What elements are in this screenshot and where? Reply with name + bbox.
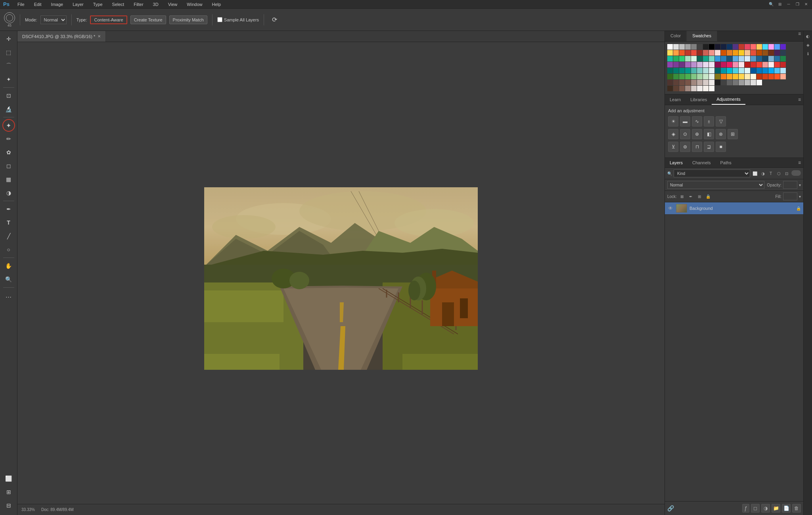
eraser-tool[interactable]: ◻ (2, 159, 15, 172)
gradient-map-btn[interactable]: ▽ (716, 116, 726, 127)
canvas-image-container[interactable] (17, 48, 665, 509)
swatch[interactable] (691, 44, 697, 50)
swatch[interactable] (721, 80, 726, 85)
swatch[interactable] (691, 68, 697, 73)
lock-pixels-btn[interactable]: ⊠ (678, 193, 686, 200)
swatch[interactable] (745, 80, 750, 85)
swatch[interactable] (745, 44, 750, 50)
swatch[interactable] (703, 56, 709, 61)
menu-window[interactable]: Window (185, 1, 204, 8)
zoom-tool[interactable]: 🔍 (2, 273, 15, 286)
brush-tool[interactable]: ✏ (2, 133, 15, 145)
swatch[interactable] (679, 80, 685, 85)
swatch[interactable] (673, 86, 679, 91)
swatch[interactable] (721, 74, 726, 79)
swatch[interactable] (751, 44, 756, 50)
swatch[interactable] (709, 86, 714, 91)
swatch[interactable] (691, 80, 697, 85)
adjustments-tab[interactable]: Adjustments (712, 94, 745, 105)
swatch[interactable] (667, 68, 673, 73)
swatch[interactable] (733, 50, 738, 56)
swatch[interactable] (679, 50, 685, 56)
paths-tab[interactable]: Paths (716, 158, 736, 167)
swatch[interactable] (739, 80, 744, 85)
toggle-adj-panel[interactable]: ◈ (804, 41, 812, 48)
swatch[interactable] (673, 56, 679, 61)
swatch[interactable] (721, 56, 726, 61)
swatch[interactable] (751, 56, 756, 61)
swatch[interactable] (709, 50, 714, 56)
swatch[interactable] (756, 56, 762, 61)
swatch[interactable] (709, 68, 714, 73)
swatch[interactable] (673, 68, 679, 73)
lasso-tool[interactable]: ⌒ (2, 60, 15, 72)
swatch[interactable] (715, 44, 720, 50)
brush-size-control[interactable]: 45 (4, 12, 15, 27)
channel-mixer-btn[interactable]: ⊞ (728, 129, 738, 139)
swatch[interactable] (667, 44, 673, 50)
swatch[interactable] (739, 56, 744, 61)
swatch[interactable] (703, 86, 709, 91)
filter-pixel-icon[interactable]: ⬜ (752, 170, 758, 177)
swatch[interactable] (703, 62, 709, 67)
sample-all-layers-checkbox[interactable] (217, 17, 222, 22)
swatch[interactable] (739, 44, 744, 50)
swatch[interactable] (703, 74, 709, 79)
crop-tool[interactable]: ⊡ (2, 89, 15, 102)
search-icon[interactable]: 🔍 (768, 2, 774, 7)
toggle-info-panel[interactable]: ℹ (804, 50, 812, 57)
content-aware-btn[interactable]: Content-Aware (90, 15, 127, 24)
swatch[interactable] (762, 68, 768, 73)
new-layer-btn[interactable]: 📄 (782, 504, 791, 513)
swatch[interactable] (762, 62, 768, 67)
swatch[interactable] (727, 68, 732, 73)
swatch[interactable] (762, 74, 768, 79)
clone-stamp-tool[interactable]: ✿ (2, 146, 15, 159)
swatch[interactable] (774, 50, 780, 56)
dodge-tool[interactable]: ◑ (2, 186, 15, 199)
solid-color-btn[interactable]: ■ (716, 142, 726, 152)
swatch[interactable] (697, 86, 703, 91)
swatch[interactable] (727, 44, 732, 50)
threshold-btn[interactable]: ⊓ (692, 142, 702, 152)
swatch[interactable] (691, 56, 697, 61)
layers-tab[interactable]: Layers (665, 158, 688, 167)
menu-image[interactable]: Image (50, 1, 65, 8)
layers-kind-select[interactable]: Kind (674, 169, 750, 177)
swatch[interactable] (739, 62, 744, 67)
swatch[interactable] (745, 74, 750, 79)
swatch[interactable] (691, 86, 697, 91)
eyedropper-tool[interactable]: 🔬 (2, 103, 15, 115)
swatch[interactable] (703, 80, 709, 85)
swatch[interactable] (691, 62, 697, 67)
layer-fx-icon[interactable]: ƒ (742, 504, 749, 513)
brush-preview[interactable] (4, 12, 15, 23)
layer-nav-tool[interactable]: ⊟ (2, 499, 15, 512)
swatch[interactable] (721, 44, 726, 50)
swatch[interactable] (703, 50, 709, 56)
layers-fill-input[interactable]: 100% (783, 192, 797, 200)
color-balance-btn[interactable]: ⊕ (692, 129, 702, 139)
fill-chevron[interactable]: ▾ (799, 194, 801, 199)
swatch[interactable] (667, 86, 673, 91)
artboard-tool[interactable]: ⊞ (2, 486, 15, 498)
swatch[interactable] (721, 50, 726, 56)
add-mask-btn[interactable]: ◻ (751, 504, 760, 513)
menu-file[interactable]: File (16, 1, 26, 8)
opacity-chevron[interactable]: ▾ (799, 183, 801, 187)
swatch[interactable] (709, 62, 714, 67)
selective-color-btn[interactable]: ⊒ (704, 142, 714, 152)
swatch[interactable] (709, 80, 714, 85)
create-texture-btn[interactable]: Create Texture (130, 15, 166, 24)
swatch[interactable] (774, 44, 780, 50)
photo-filter-btn[interactable]: ⊗ (716, 129, 726, 139)
exposure-btn[interactable]: ± (704, 116, 714, 127)
swatch[interactable] (768, 68, 774, 73)
swatch[interactable] (685, 50, 691, 56)
channels-tab[interactable]: Channels (688, 158, 715, 167)
filter-adj-icon[interactable]: ◑ (760, 170, 766, 177)
swatch[interactable] (762, 56, 768, 61)
spot-healing-brush[interactable]: ✦ (2, 119, 15, 132)
swatch[interactable] (751, 80, 756, 85)
swatch[interactable] (762, 50, 768, 56)
